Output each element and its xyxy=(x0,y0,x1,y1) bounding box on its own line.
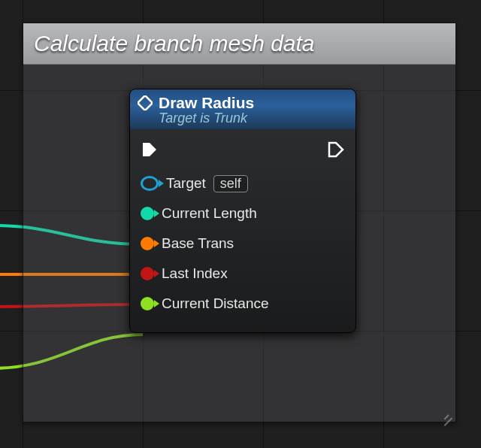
node-title: Draw Radius xyxy=(159,94,254,112)
pin-label-target: Target xyxy=(166,175,206,192)
node-draw-radius[interactable]: Draw Radius Target is Trunk Target self xyxy=(129,89,356,333)
pin-label-last-index: Last Index xyxy=(162,265,228,282)
pin-current-distance[interactable] xyxy=(141,297,154,310)
pin-base-trans[interactable] xyxy=(141,237,154,250)
pin-row-current-distance[interactable]: Current Distance xyxy=(141,289,345,319)
pin-last-index[interactable] xyxy=(141,267,154,280)
exec-in-pin[interactable] xyxy=(141,141,159,159)
pin-target[interactable] xyxy=(141,176,159,191)
node-body: Target self Current Length Base Trans La… xyxy=(130,129,355,332)
pin-row-last-index[interactable]: Last Index xyxy=(141,259,345,289)
function-icon xyxy=(138,95,153,114)
pin-label-current-length: Current Length xyxy=(162,205,257,222)
node-header[interactable]: Draw Radius Target is Trunk xyxy=(130,89,355,129)
node-title-block: Draw Radius Target is Trunk xyxy=(159,94,254,126)
pin-row-target[interactable]: Target self xyxy=(141,168,345,198)
exec-out-pin[interactable] xyxy=(327,141,345,159)
comment-title[interactable]: Calculate branch mesh data xyxy=(23,23,455,65)
resize-grip-icon[interactable] xyxy=(439,405,452,419)
pin-label-base-trans: Base Trans xyxy=(162,235,234,252)
pin-row-base-trans[interactable]: Base Trans xyxy=(141,229,345,259)
node-subtitle: Target is Trunk xyxy=(159,110,254,126)
pin-label-current-distance: Current Distance xyxy=(162,295,269,312)
pin-row-current-length[interactable]: Current Length xyxy=(141,198,345,229)
pin-current-length[interactable] xyxy=(141,207,154,220)
self-value[interactable]: self xyxy=(213,175,248,192)
